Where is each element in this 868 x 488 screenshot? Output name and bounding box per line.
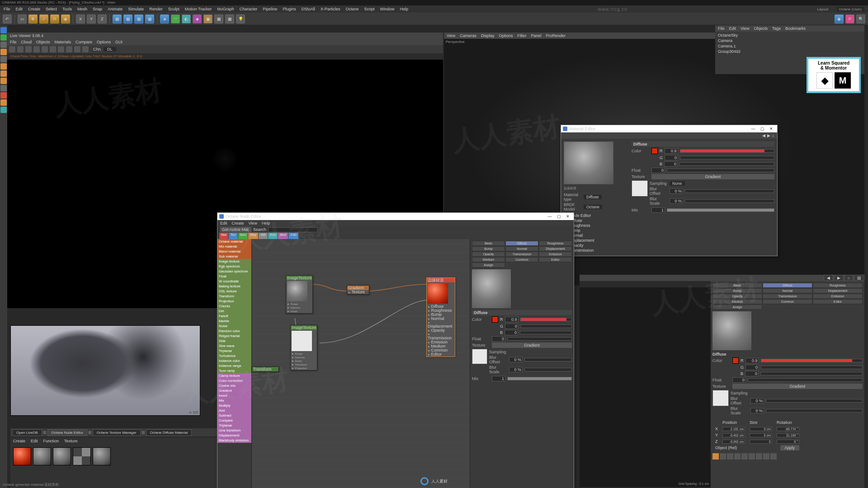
matbar-menu[interactable]: Create xyxy=(13,439,25,443)
attr-tab[interactable]: Roughness xyxy=(813,283,863,288)
nav-icon[interactable]: ▶ xyxy=(767,133,770,138)
cursor-icon[interactable]: ▭ xyxy=(18,14,27,23)
node-graph-canvas[interactable]: ImageTexture ► Power► Gamma► Invert Grad… xyxy=(252,239,470,488)
render-icon[interactable]: ▦ xyxy=(113,14,122,23)
cat-tab[interactable]: Emi xyxy=(268,233,278,239)
node-type-item[interactable]: Blackbody emission xyxy=(217,438,251,443)
node-type-item[interactable]: Clamp texture xyxy=(217,373,251,378)
left-icon[interactable] xyxy=(0,78,7,84)
clay-icon[interactable] xyxy=(50,46,56,52)
gradient-button[interactable]: Gradient xyxy=(732,384,863,389)
size-z[interactable] xyxy=(750,440,772,444)
get-active-button[interactable]: Get Active Mat. xyxy=(220,227,251,232)
node-type-item[interactable]: Side xyxy=(217,338,251,343)
menu-mograph[interactable]: MoGraph xyxy=(217,7,234,11)
ne-menu[interactable]: View xyxy=(249,221,257,225)
r-input[interactable]: 0.9 xyxy=(505,317,519,322)
picture-viewer-icon[interactable]: ▦ xyxy=(134,14,143,23)
node-type-item[interactable]: Checks xyxy=(217,304,251,309)
attr-tab[interactable]: Assign xyxy=(712,305,762,310)
pos-z[interactable] xyxy=(722,440,745,444)
node-type-item[interactable]: Multiply xyxy=(217,403,251,408)
play-icon[interactable] xyxy=(9,46,15,52)
attr-tab[interactable]: Emission xyxy=(813,294,863,299)
menu-plugins[interactable]: Plugins xyxy=(283,7,296,11)
chn-select[interactable]: DL xyxy=(104,47,116,52)
pv-menu[interactable]: Options xyxy=(499,33,513,38)
node-type-item[interactable]: OSL texture xyxy=(217,289,251,294)
close-icon[interactable]: ✕ xyxy=(767,126,775,132)
left-icon[interactable] xyxy=(0,92,7,99)
float-input[interactable]: 0 xyxy=(651,168,665,173)
float-input[interactable]: 0 xyxy=(732,377,746,383)
mini-icon[interactable] xyxy=(734,453,741,460)
side-tab[interactable]: Normal xyxy=(505,246,538,251)
node-type-item[interactable]: Toon ramp xyxy=(217,368,251,373)
tree-item[interactable]: Camera xyxy=(718,38,732,43)
stop-icon[interactable] xyxy=(33,46,40,52)
pause-icon[interactable] xyxy=(25,46,32,52)
color-swatch[interactable] xyxy=(651,148,658,154)
menu-create[interactable]: Create xyxy=(28,7,40,11)
node-type-item[interactable]: Mix xyxy=(217,398,251,403)
node-type-item[interactable]: Rgb spectrum xyxy=(217,264,251,269)
node-gradient[interactable]: Gradient ► Texture xyxy=(347,285,369,295)
left-icon[interactable] xyxy=(0,70,7,77)
node-type-item[interactable]: Cosine mix xyxy=(217,383,251,388)
node-type-item[interactable]: Gradient xyxy=(217,388,251,393)
tex-swatch[interactable] xyxy=(632,180,648,197)
brdf-select[interactable]: Octane xyxy=(584,205,602,209)
blurscale-input[interactable]: 0 % xyxy=(750,408,764,413)
g-slider[interactable] xyxy=(520,324,572,328)
node-type-item[interactable]: Projection xyxy=(217,299,251,304)
r-slider[interactable] xyxy=(680,149,775,153)
node-type-item[interactable]: Mix material xyxy=(217,244,251,249)
tab-tex-manager[interactable]: Octane Texture Manager xyxy=(93,429,141,436)
cat-tab[interactable]: C4D xyxy=(288,233,298,239)
attrib-nav[interactable]: ◀ xyxy=(824,275,833,281)
pv-menu[interactable]: Panel xyxy=(531,33,541,38)
node-type-item[interactable]: Gaussian spectrum xyxy=(217,269,251,274)
left-icon[interactable] xyxy=(0,42,7,48)
side-tab[interactable]: Emission xyxy=(539,252,572,257)
node-material-output[interactable]: 边缘材质 ► Diffuse ► Roughness ► Bump ► Norm… xyxy=(426,277,455,357)
tool-icon[interactable]: ◉ xyxy=(61,14,70,23)
side-tab[interactable]: Transmission xyxy=(505,252,538,257)
menu-dstoall[interactable]: DStoAll xyxy=(302,7,315,11)
nurbs-icon[interactable]: ◐ xyxy=(182,14,191,23)
left-icon[interactable] xyxy=(0,27,7,33)
spline-icon[interactable]: 〰 xyxy=(171,14,180,23)
side-tab[interactable]: Displacement xyxy=(539,246,572,251)
mini-icon[interactable] xyxy=(749,453,755,460)
pick-icon[interactable] xyxy=(74,46,80,52)
cat-tab[interactable]: Gen xyxy=(238,233,248,239)
mini-icon[interactable] xyxy=(763,453,769,460)
bluroff-input[interactable]: 0 % xyxy=(750,398,764,404)
rot-h[interactable] xyxy=(777,427,799,431)
menu-tools[interactable]: Tools xyxy=(62,7,72,11)
render-settings-icon[interactable]: ▦ xyxy=(123,14,132,23)
ne-menu[interactable]: Edit xyxy=(220,221,227,225)
node-imagetexture[interactable]: ImageTexture ► Power► Gamma► Invert xyxy=(286,275,313,314)
node-type-item[interactable]: Uvw transform xyxy=(217,428,251,433)
side-tab[interactable]: Roughness xyxy=(539,241,572,246)
node-type-item[interactable]: Falloff xyxy=(217,314,251,319)
axis-z-icon[interactable]: Z xyxy=(98,14,107,23)
node-type-item[interactable]: Blend material xyxy=(217,249,251,254)
minimize-icon[interactable]: — xyxy=(546,213,554,220)
light-icon[interactable]: 💡 xyxy=(236,14,245,23)
tab-livedb[interactable]: Open LiveDB xyxy=(12,429,42,436)
node-type-item[interactable]: Subtract xyxy=(217,413,251,418)
attr-tab[interactable]: Normal xyxy=(763,288,812,293)
mini-icon[interactable] xyxy=(770,453,777,460)
node-type-item[interactable]: Sine wave xyxy=(217,343,251,348)
search-input[interactable] xyxy=(268,227,318,232)
node-type-item[interactable]: Triplanar xyxy=(217,348,251,353)
color-swatch[interactable] xyxy=(492,316,498,323)
move-icon[interactable]: ✥ xyxy=(28,14,38,23)
mix-input[interactable]: 1 xyxy=(492,376,505,381)
nav-icon[interactable]: ◀ xyxy=(762,133,765,138)
mini-icon[interactable] xyxy=(720,453,726,460)
node-type-item[interactable]: Baking texture xyxy=(217,284,251,289)
ne-menu[interactable]: Create xyxy=(232,221,244,225)
